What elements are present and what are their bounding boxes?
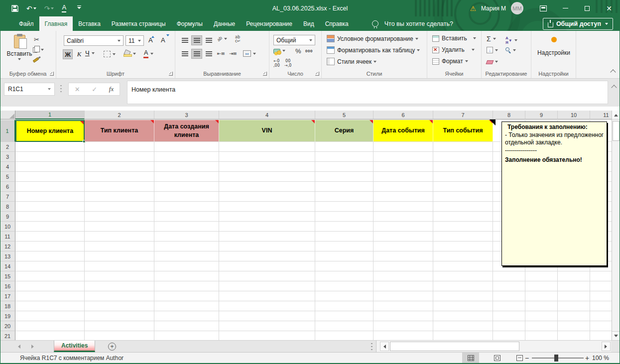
cell-r6-c3[interactable] — [154, 182, 219, 192]
row-header-5[interactable]: 5 — [0, 172, 15, 182]
sheet-tab-activities[interactable]: Activities — [54, 341, 95, 352]
cell-r4-c2[interactable] — [85, 162, 154, 172]
cell-r19-c9[interactable] — [525, 311, 558, 321]
cell-r9-c4[interactable] — [219, 212, 315, 222]
cell-r10-c6[interactable] — [373, 222, 433, 232]
cell-r19-c5[interactable] — [315, 311, 373, 321]
header-cell-c2[interactable]: Тип клиента — [85, 120, 154, 142]
cell-r18-c11[interactable] — [590, 301, 612, 311]
clear-button[interactable] — [487, 59, 498, 64]
select-all-corner[interactable] — [0, 111, 15, 120]
font-dialog-launcher[interactable] — [169, 72, 173, 76]
cell-r21-c3[interactable] — [154, 331, 219, 340]
row-header-4[interactable]: 4 — [0, 162, 15, 172]
align-center-button[interactable] — [191, 49, 202, 59]
zoom-out-button[interactable]: − — [523, 353, 531, 363]
cell-r8-c1[interactable] — [15, 202, 85, 212]
underline-button[interactable]: Ч — [85, 49, 95, 57]
sheet-next-button[interactable] — [27, 341, 38, 352]
cell-r14-c4[interactable] — [219, 261, 315, 271]
wrap-text-button[interactable]: abc↵ — [235, 35, 241, 43]
collapse-ribbon-icon[interactable] — [610, 69, 616, 75]
insert-cells-button[interactable]: Вставить — [432, 35, 476, 42]
format-cells-button[interactable]: Формат — [432, 58, 468, 65]
font-color-quick-button[interactable]: А — [60, 3, 68, 14]
decrease-decimal-button[interactable]: 00→,0 — [284, 59, 291, 68]
cell-r20-c2[interactable] — [85, 321, 154, 331]
conditional-formatting-button[interactable]: Условное форматирование — [327, 35, 418, 42]
row-header-10[interactable]: 10 — [0, 222, 15, 232]
cell-r11-c4[interactable] — [219, 232, 315, 242]
cell-r20-c7[interactable] — [433, 321, 493, 331]
header-cell-c6[interactable]: Дата события — [373, 120, 433, 142]
cell-r8-c2[interactable] — [85, 202, 154, 212]
cell-r15-c2[interactable] — [85, 271, 154, 281]
cell-r10-c4[interactable] — [219, 222, 315, 232]
cell-r20-c4[interactable] — [219, 321, 315, 331]
column-header-1[interactable]: 1 — [15, 111, 85, 120]
row-header-12[interactable]: 12 — [0, 242, 15, 251]
borders-button[interactable] — [104, 51, 116, 57]
cell-r10-c3[interactable] — [154, 222, 219, 232]
header-cell-c3[interactable]: Дата создания клиента — [154, 120, 219, 142]
share-button[interactable]: Общий доступ — [543, 18, 613, 30]
cell-r14-c1[interactable] — [15, 261, 85, 271]
cell-r15-c7[interactable] — [433, 271, 493, 281]
cell-r16-c9[interactable] — [525, 281, 558, 291]
addins-button[interactable]: Надстройки — [531, 37, 576, 56]
cell-r20-c1[interactable] — [15, 321, 85, 331]
scroll-up-button[interactable] — [612, 111, 620, 120]
cell-r7-c5[interactable] — [315, 192, 373, 202]
cell-r19-c1[interactable] — [15, 311, 85, 321]
cell-r14-c6[interactable] — [373, 261, 433, 271]
cell-r2-c4[interactable] — [219, 142, 315, 152]
redo-button[interactable]: ↷ — [43, 3, 56, 14]
cell-r21-c5[interactable] — [315, 331, 373, 340]
page-layout-view-button[interactable] — [489, 353, 505, 363]
cell-r16-c4[interactable] — [219, 281, 315, 291]
autosum-button[interactable]: Σ — [487, 35, 496, 43]
scroll-left-button[interactable] — [380, 342, 389, 351]
cell-r11-c2[interactable] — [85, 232, 154, 242]
increase-font-button[interactable]: A — [148, 36, 153, 44]
cell-r11-c7[interactable] — [433, 232, 493, 242]
paste-button[interactable]: Вставить — [6, 35, 32, 62]
minimize-button[interactable] — [554, 0, 576, 16]
cell-r18-c4[interactable] — [219, 301, 315, 311]
column-header-5[interactable]: 5 — [315, 111, 373, 120]
cell-r17-c5[interactable] — [315, 291, 373, 301]
cell-r16-c2[interactable] — [85, 281, 154, 291]
cell-r2-c2[interactable] — [85, 142, 154, 152]
cell-r12-c5[interactable] — [315, 242, 373, 251]
formula-bar-splitter[interactable] — [60, 85, 62, 93]
cell-r3-c6[interactable] — [373, 152, 433, 162]
cell-r5-c3[interactable] — [154, 172, 219, 182]
cell-r10-c2[interactable] — [85, 222, 154, 232]
row-header-3[interactable]: 3 — [0, 152, 15, 162]
header-cell-c5[interactable]: Серия — [315, 120, 373, 142]
column-header-6[interactable]: 6 — [373, 111, 433, 120]
cell-r14-c5[interactable] — [315, 261, 373, 271]
tab-file[interactable]: Файл — [13, 16, 39, 31]
cell-r12-c6[interactable] — [373, 242, 433, 251]
row-header-20[interactable]: 20 — [0, 321, 15, 331]
cell-r20-c10[interactable] — [558, 321, 590, 331]
cell-r10-c1[interactable] — [15, 222, 85, 232]
fill-button[interactable]: ↓ — [487, 47, 498, 53]
tell-me-search[interactable]: Что вы хотите сделать? — [384, 16, 453, 31]
cell-r5-c5[interactable] — [315, 172, 373, 182]
cell-r7-c7[interactable] — [433, 192, 493, 202]
cell-r19-c7[interactable] — [433, 311, 493, 321]
sort-filter-button[interactable]: АЯ▼ — [505, 36, 517, 45]
zoom-level[interactable]: 100 % — [591, 353, 609, 363]
cell-r17-c10[interactable] — [558, 291, 590, 301]
align-bottom-button[interactable] — [203, 35, 214, 45]
cell-r13-c4[interactable] — [219, 251, 315, 261]
cell-r8-c6[interactable] — [373, 202, 433, 212]
cell-r21-c6[interactable] — [373, 331, 433, 340]
cell-r3-c7[interactable] — [433, 152, 493, 162]
column-header-10[interactable]: 10 — [558, 111, 590, 120]
clipboard-dialog-launcher[interactable] — [50, 72, 54, 76]
cell-r21-c8[interactable] — [493, 331, 525, 340]
cell-r15-c1[interactable] — [15, 271, 85, 281]
